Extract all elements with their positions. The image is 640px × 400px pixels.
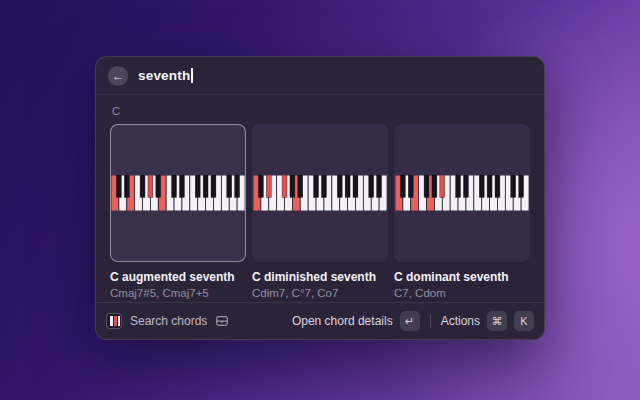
footer-actions: Open chord details ↵ Actions ⌘ K bbox=[292, 311, 534, 331]
chord-card-image-diminished[interactable] bbox=[252, 124, 388, 262]
actions-menu-button[interactable]: Actions bbox=[441, 314, 480, 328]
launcher-window: ← seventh C C augmented seventh Cmaj7#5,… bbox=[95, 56, 545, 340]
command-name: Search chords bbox=[130, 314, 207, 328]
chord-card-subtitle: Cmaj7#5, Cmaj7+5 bbox=[110, 287, 246, 299]
piano-keyboard bbox=[111, 175, 245, 211]
results-area: C C augmented seventh Cmaj7#5, Cmaj7+5 C… bbox=[96, 95, 544, 302]
chord-card[interactable]: C diminished seventh Cdim7, C°7, Co7 bbox=[252, 124, 388, 299]
chord-card[interactable]: C augmented seventh Cmaj7#5, Cmaj7+5 bbox=[110, 124, 246, 299]
search-input[interactable]: seventh bbox=[138, 68, 193, 83]
piano-keyboard bbox=[253, 175, 387, 211]
footer-divider bbox=[430, 314, 431, 328]
chord-card-image-augmented[interactable] bbox=[110, 124, 246, 262]
chord-card-title: C augmented seventh bbox=[110, 270, 246, 284]
search-bar: ← seventh bbox=[96, 57, 544, 95]
chord-card-grid: C augmented seventh Cmaj7#5, Cmaj7+5 C d… bbox=[110, 124, 530, 299]
chord-card-subtitle: C7, Cdom bbox=[394, 287, 530, 299]
piano-keyboard bbox=[395, 175, 529, 211]
action-bar: Search chords Open chord details ↵ Actio… bbox=[96, 302, 544, 339]
piano-icon bbox=[215, 314, 229, 328]
chord-card-title: C diminished seventh bbox=[252, 270, 388, 284]
section-header: C bbox=[112, 105, 530, 117]
enter-key-icon[interactable]: ↵ bbox=[400, 311, 420, 331]
chord-card-title: C dominant seventh bbox=[394, 270, 530, 284]
piano-keys-app-icon bbox=[106, 313, 122, 329]
k-key-icon[interactable]: K bbox=[514, 311, 534, 331]
cmd-key-icon[interactable]: ⌘ bbox=[487, 311, 507, 331]
chord-card-subtitle: Cdim7, C°7, Co7 bbox=[252, 287, 388, 299]
back-button[interactable]: ← bbox=[108, 66, 128, 86]
chord-card-image-dominant[interactable] bbox=[394, 124, 530, 262]
back-arrow-icon: ← bbox=[112, 69, 124, 83]
chord-card[interactable]: C dominant seventh C7, Cdom bbox=[394, 124, 530, 299]
open-chord-details-button[interactable]: Open chord details bbox=[292, 314, 393, 328]
text-caret bbox=[191, 68, 193, 83]
search-value: seventh bbox=[138, 68, 190, 83]
